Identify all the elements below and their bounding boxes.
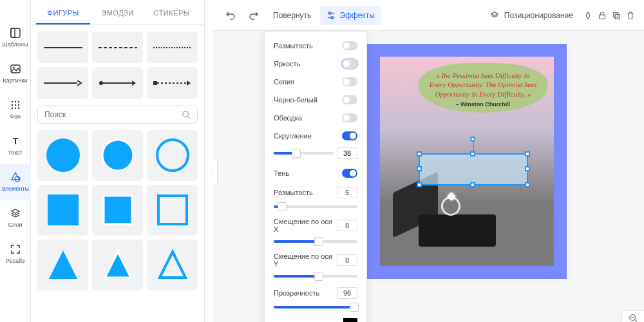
selected-element[interactable] (419, 153, 528, 185)
quote-text: « Ihe Pessimist Sees Difficulty In Every… (428, 71, 538, 99)
shadow-color-swatch[interactable] (343, 318, 357, 322)
rail-label: Шаблоны (3, 41, 28, 48)
shape-arrow-open[interactable] (37, 67, 88, 99)
offsety-value[interactable]: 8 (337, 254, 357, 266)
svg-line-40 (635, 320, 638, 322)
rail-label: Элементы (1, 185, 29, 192)
opacity-slider[interactable] (274, 306, 357, 308)
resize-handle-tm[interactable] (470, 151, 475, 156)
shapes-search[interactable] (37, 106, 198, 124)
svg-point-11 (14, 108, 15, 109)
shape-line-dotted[interactable] (147, 32, 198, 63)
svg-rect-30 (158, 196, 187, 224)
layers-icon (490, 10, 500, 21)
fx-rounding-toggle[interactable] (342, 131, 357, 140)
search-icon (182, 110, 191, 119)
rail-pictures[interactable]: Картинки (0, 55, 31, 91)
shape-arrow-square[interactable] (147, 67, 198, 99)
opacity-value[interactable]: 96 (337, 287, 357, 299)
rotate-handle[interactable] (470, 137, 475, 142)
rail-layers[interactable]: Слои (0, 200, 31, 236)
resize-handle-tl[interactable] (417, 151, 422, 156)
tab-shapes[interactable]: ФИГУРЫ (36, 0, 90, 24)
fx-bw-toggle[interactable] (342, 95, 357, 104)
fx-blur-label: Размытость (274, 42, 342, 50)
svg-rect-21 (153, 81, 157, 85)
undo-button[interactable] (220, 5, 241, 26)
rail-label: Ресайз (6, 258, 24, 264)
rail-background[interactable]: Фон (0, 91, 31, 128)
svg-point-32 (329, 12, 332, 14)
svg-point-6 (17, 101, 19, 102)
resize-handle-bl[interactable] (417, 182, 422, 187)
effects-button[interactable]: Эффекты (320, 6, 381, 25)
svg-rect-28 (48, 194, 79, 225)
tab-emoji[interactable]: ЭМОДЗИ (90, 0, 144, 24)
shape-arrow-dot[interactable] (92, 67, 143, 99)
elements-tabs: ФИГУРЫ ЭМОДЗИ СТИКЕРЫ (31, 0, 204, 25)
position-button[interactable]: Позиционирование (484, 5, 580, 26)
resize-handle-bm[interactable] (470, 182, 475, 187)
resize-handle-rm[interactable] (525, 166, 530, 171)
templates-icon (10, 27, 21, 39)
svg-line-24 (188, 116, 191, 118)
shape-triangle-outline[interactable] (147, 240, 198, 290)
shape-square-stroked[interactable] (92, 185, 143, 236)
search-input[interactable] (44, 110, 182, 119)
rounding-slider[interactable] (274, 152, 333, 155)
rail-templates[interactable]: Шаблоны (0, 19, 31, 55)
effects-panel: Размытость Яркость Сепия Черно-белый Обв… (264, 31, 367, 322)
shape-square-outline[interactable] (147, 185, 198, 236)
fx-offsetx-label: Смещение по оси X (274, 218, 337, 233)
shape-line-dashed[interactable] (92, 32, 143, 63)
svg-rect-0 (11, 28, 20, 37)
rail-resize[interactable]: Ресайз (0, 236, 31, 272)
svg-point-27 (157, 140, 188, 171)
tab-stickers[interactable]: СТИКЕРЫ (145, 0, 199, 24)
offset-y-slider[interactable] (274, 275, 357, 278)
quote-shape[interactable]: « Ihe Pessimist Sees Difficulty In Every… (419, 63, 547, 113)
svg-rect-37 (615, 14, 620, 19)
rail-elements[interactable]: Элементы (0, 164, 31, 200)
fx-sepia-label: Сепия (274, 78, 342, 86)
resize-handle-br[interactable] (525, 182, 530, 187)
rail-label: Фон (10, 113, 21, 120)
redo-button[interactable] (243, 5, 264, 26)
fx-shadow-toggle[interactable] (342, 169, 357, 178)
svg-point-10 (11, 108, 12, 109)
svg-point-23 (183, 111, 189, 117)
resize-handle-tr[interactable] (525, 151, 530, 156)
shape-circle-stroked-blue[interactable] (92, 130, 143, 181)
delete-icon[interactable] (626, 10, 636, 21)
fx-brightness-label: Яркость (274, 60, 342, 68)
collapse-panel-handle[interactable]: ‹ (213, 160, 218, 185)
shape-circle-outline[interactable] (147, 130, 198, 181)
rounding-value[interactable]: 38 (337, 147, 357, 159)
rotate-button[interactable]: Повернуть (267, 6, 317, 25)
shadow-blur-value[interactable]: 5 (337, 187, 357, 198)
fx-blur-toggle[interactable] (342, 41, 357, 50)
shape-line-solid[interactable] (37, 32, 88, 63)
opacity-icon[interactable] (583, 10, 594, 21)
offsetx-value[interactable]: 8 (337, 220, 357, 231)
shape-triangle-filled[interactable] (37, 240, 88, 290)
unlock-icon[interactable] (598, 10, 608, 21)
resize-handle-lm[interactable] (417, 166, 422, 171)
copy-icon[interactable] (612, 10, 622, 21)
shape-circle-filled[interactable] (37, 130, 88, 181)
shape-triangle-stroked[interactable] (92, 240, 143, 290)
fx-outline-toggle[interactable] (342, 113, 357, 122)
grid-icon (10, 99, 21, 111)
layers-icon (10, 207, 21, 219)
fx-sepia-toggle[interactable] (342, 77, 357, 86)
text-icon: T (10, 135, 21, 147)
svg-point-8 (14, 104, 15, 106)
zoom-out-icon[interactable] (629, 314, 638, 322)
svg-point-9 (17, 104, 19, 106)
shape-square-filled[interactable] (37, 185, 88, 236)
fx-brightness-toggle[interactable] (342, 59, 357, 68)
shadow-blur-slider[interactable] (274, 205, 357, 208)
rail-text[interactable]: T Текст (0, 128, 31, 164)
offset-x-slider[interactable] (274, 240, 357, 243)
shapes-scroll[interactable] (31, 25, 204, 322)
